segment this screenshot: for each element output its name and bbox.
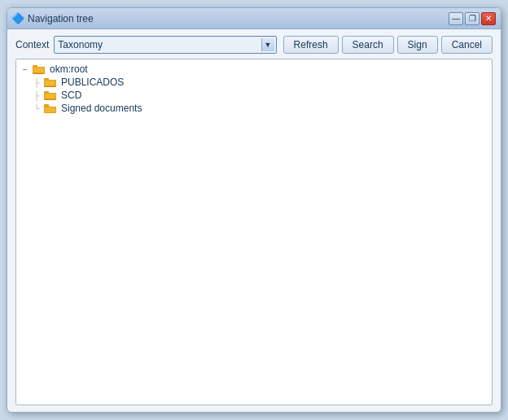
sign-button[interactable]: Sign [397,36,438,54]
tree-item-scd[interactable]: ├ SCD [31,89,488,102]
tree-expander-root[interactable]: − [20,63,31,75]
context-select-wrapper: Taxonomy ▼ [54,36,276,54]
tree-connector-3: └ [31,104,42,113]
list-item: ├ PUBLICADOS [31,76,488,89]
folder-icon-publicados [44,77,57,88]
title-buttons: — ❐ ✕ [449,12,496,25]
tree-label-publicados: PUBLICADOS [61,77,124,88]
folder-icon-scd [44,90,57,101]
tree-root: − okm:root [20,63,488,115]
tree-children: ├ PUBLICADOS [31,76,488,115]
tree-item-publicados[interactable]: ├ PUBLICADOS [31,76,488,89]
title-bar-left: 🔷 Navigation tree [12,13,94,24]
close-button[interactable]: ✕ [481,12,496,25]
context-row: Context Taxonomy ▼ Refresh Search Sign C… [15,36,493,54]
tree-panel[interactable]: − okm:root [15,59,493,405]
svg-rect-7 [45,81,55,85]
refresh-button[interactable]: Refresh [283,36,339,54]
tree-item-signed[interactable]: └ Signed documents [31,102,488,115]
tree-label-signed: Signed documents [61,103,142,114]
cancel-button[interactable]: Cancel [441,36,493,54]
title-bar: 🔷 Navigation tree — ❐ ✕ [7,8,501,29]
minimize-button[interactable]: — [449,12,463,25]
window-content: Context Taxonomy ▼ Refresh Search Sign C… [7,29,501,412]
folder-icon-signed [44,103,57,114]
toolbar-buttons: Refresh Search Sign Cancel [283,36,493,54]
tree-root-label: okm:root [50,63,88,75]
root-folder-icon [33,63,46,75]
svg-rect-11 [45,94,55,98]
tree-connector-1: ├ [31,78,42,87]
window-title: Navigation tree [28,13,94,24]
window-icon: 🔷 [12,13,24,24]
restore-button[interactable]: ❐ [465,12,480,25]
context-select[interactable]: Taxonomy [54,36,276,54]
search-button[interactable]: Search [342,36,394,54]
list-item: └ Signed documents [31,102,488,115]
tree-label-scd: SCD [61,90,81,101]
svg-rect-14 [45,107,55,112]
tree-root-item: − okm:root [20,63,488,115]
tree-item-root[interactable]: − okm:root [20,63,488,76]
svg-rect-3 [33,68,44,72]
context-label: Context [15,39,49,50]
navigation-tree-window: 🔷 Navigation tree — ❐ ✕ Context Taxonomy… [7,7,501,413]
tree-connector-2: ├ [31,91,42,100]
list-item: ├ SCD [31,89,488,102]
